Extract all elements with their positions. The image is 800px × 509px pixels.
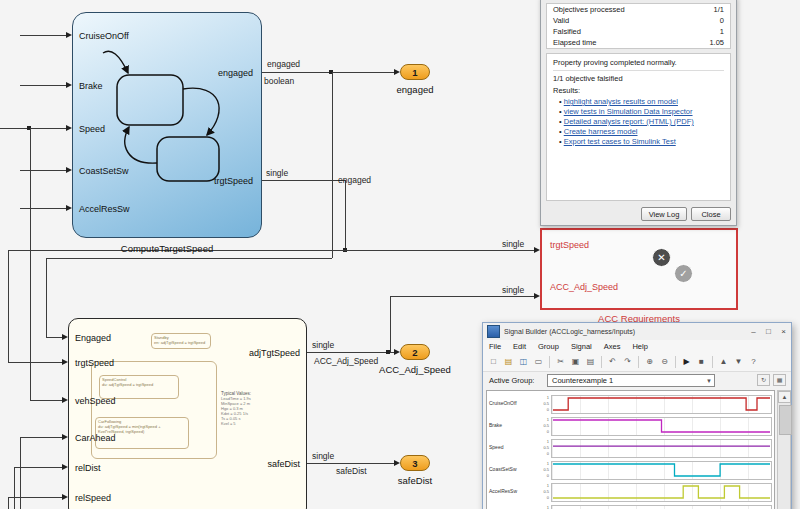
chevron-down-icon: ▼ — [706, 375, 712, 387]
result-link-row: • view tests in Simulation Data Inspecto… — [559, 107, 724, 116]
print-icon[interactable]: ▭ — [532, 355, 545, 369]
stat-row: Elapsed time 1.05 — [547, 37, 730, 48]
wire-trgtspeed-branch[interactable] — [8, 362, 62, 363]
acc-requirements-box[interactable]: trgtSpeed ACC_Adj_Speed ✕ ✓ — [540, 228, 738, 310]
wire-safedist[interactable] — [307, 463, 394, 464]
wire-engaged-branch[interactable] — [46, 258, 47, 337]
stat-label: Objectives processed — [553, 5, 625, 14]
paste-icon[interactable]: ▤ — [584, 355, 597, 369]
save-icon[interactable]: ◫ — [517, 355, 530, 369]
result-link-row: • Create harness model — [559, 127, 724, 136]
signal-row: CruiseOnOff 1 0.5 0 — [487, 394, 774, 415]
y-tick: 0 — [537, 495, 549, 500]
divider — [553, 70, 724, 71]
y-tick: 0.5 — [537, 445, 549, 450]
type-label-single: single — [312, 340, 334, 350]
summary-text: 1/1 objective falsified — [553, 74, 724, 83]
menu-signal[interactable]: Signal — [565, 342, 598, 351]
scrollbar-thumb[interactable] — [779, 405, 792, 435]
wire-accadj-branch[interactable] — [390, 296, 534, 297]
requirement-signal-1: trgtSpeed — [550, 240, 589, 250]
highlight-results-link[interactable]: highlight analysis results on model — [564, 97, 678, 106]
refresh-icon[interactable]: ↻ — [757, 374, 770, 386]
wire-vehspeed[interactable] — [30, 400, 62, 401]
wire-brake[interactable] — [20, 85, 66, 86]
waveform-axes[interactable] — [551, 505, 772, 509]
minimize-button[interactable]: – — [746, 326, 761, 338]
y-tick: 0 — [537, 429, 549, 434]
create-harness-link[interactable]: Create harness model — [564, 127, 638, 136]
wire-engaged-branch[interactable] — [46, 258, 332, 259]
results-panel: Property proving completed normally. 1/1… — [546, 53, 731, 201]
export-tests-link[interactable]: Export test cases to Simulink Test — [564, 137, 676, 146]
waveform-axes[interactable] — [551, 461, 772, 480]
wire-trgtspeed[interactable] — [262, 180, 345, 181]
wire-coastsetsw[interactable] — [20, 170, 66, 171]
chart-computetargetspeed[interactable]: CruiseOnOff Brake Speed CoastSetSw Accel… — [72, 12, 262, 238]
wire-cruiseonoff[interactable] — [20, 35, 66, 36]
menu-axes[interactable]: Axes — [598, 342, 627, 351]
menu-group[interactable]: Group — [532, 342, 565, 351]
wire-trgtspeed[interactable] — [345, 180, 346, 250]
stat-row: Falsified 1 — [547, 26, 730, 37]
menu-help[interactable]: Help — [626, 342, 653, 351]
vertical-scrollbar[interactable]: ▲ — [777, 390, 791, 509]
toolbar: □ ▤ ◫ ▭ ✂ ▣ ▤ ↶ ↷ ⊕ ⊖ ▶ ■ ▲ ▼ ? — [483, 353, 791, 372]
grid-icon[interactable]: ▦ — [773, 374, 786, 386]
menu-file[interactable]: File — [483, 342, 507, 351]
wire-carahead[interactable] — [20, 437, 62, 438]
zoom-out-icon[interactable]: ⊖ — [658, 355, 671, 369]
waveform-axes[interactable] — [551, 395, 772, 414]
inport-label: vehSpeed — [75, 396, 116, 406]
waveform-axes[interactable] — [551, 483, 772, 502]
wire-speed[interactable] — [0, 128, 66, 129]
wire-engaged[interactable] — [262, 72, 394, 73]
redo-icon[interactable]: ↷ — [621, 355, 634, 369]
down-icon[interactable]: ▼ — [732, 355, 745, 369]
new-icon[interactable]: □ — [487, 355, 500, 369]
outport-number: 2 — [412, 347, 417, 358]
outport-2[interactable]: 2 — [400, 344, 430, 360]
y-tick: 0.5 — [537, 467, 549, 472]
waveform-axes[interactable] — [551, 417, 772, 436]
active-group-dropdown[interactable]: Counterexample 1 ▼ — [547, 374, 715, 387]
inport-label: trgtSpeed — [75, 358, 114, 368]
menu-edit[interactable]: Edit — [507, 342, 532, 351]
wire-accadj-branch[interactable] — [390, 296, 391, 352]
wire-reldist[interactable] — [14, 467, 15, 509]
outport-1[interactable]: 1 — [400, 64, 430, 80]
wire-engaged-branch[interactable] — [46, 337, 62, 338]
results-dialog: Objectives processed 1/1 Valid 0 Falsifi… — [540, 0, 737, 226]
open-icon[interactable]: ▤ — [502, 355, 515, 369]
analysis-report-link[interactable]: Detailed analysis report: (HTML) (PDF) — [564, 117, 694, 126]
chart-acclogic[interactable]: Standby en: adjTgtSpeed = trgtSpeed Spee… — [68, 318, 307, 509]
waveform-axes[interactable] — [551, 439, 772, 458]
up-icon[interactable]: ▲ — [717, 355, 730, 369]
scroll-up-icon[interactable]: ▲ — [778, 391, 791, 403]
close-window-button[interactable]: × — [776, 326, 791, 338]
outport-label: engaged — [218, 68, 253, 78]
wire-carahead[interactable] — [20, 437, 21, 509]
run-icon[interactable]: ▶ — [680, 355, 693, 369]
wire-adjtgtspeed[interactable] — [307, 352, 394, 353]
maximize-button[interactable]: □ — [761, 326, 776, 338]
undo-icon[interactable]: ↶ — [606, 355, 619, 369]
stop-icon[interactable]: ■ — [695, 355, 708, 369]
outport-3[interactable]: 3 — [400, 455, 430, 471]
zoom-in-icon[interactable]: ⊕ — [643, 355, 656, 369]
wire-relspeed[interactable] — [8, 497, 9, 509]
wire-accelressw[interactable] — [20, 208, 66, 209]
stat-value: 1/1 — [714, 5, 724, 14]
view-tests-link[interactable]: view tests in Simulation Data Inspector — [564, 107, 693, 116]
stat-label: Falsified — [553, 27, 581, 36]
copy-icon[interactable]: ▣ — [569, 355, 582, 369]
cut-icon[interactable]: ✂ — [554, 355, 567, 369]
help-icon[interactable]: ? — [747, 355, 760, 369]
wire-trgtspeed-branch[interactable] — [8, 250, 9, 362]
wire-engaged-branch[interactable] — [332, 72, 333, 258]
view-log-button[interactable]: View Log — [641, 207, 687, 221]
wire-reldist[interactable] — [14, 467, 62, 468]
wire-relspeed[interactable] — [8, 497, 62, 498]
close-button[interactable]: Close — [691, 207, 731, 221]
wire-speed-branch[interactable] — [30, 128, 31, 400]
